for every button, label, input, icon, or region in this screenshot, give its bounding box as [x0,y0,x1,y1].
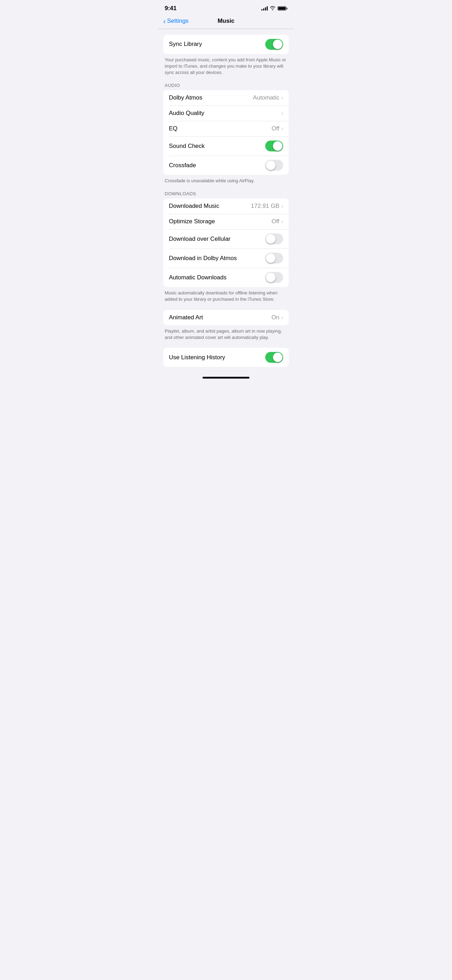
home-bar [202,377,250,379]
sound-check-row[interactable]: Sound Check [163,136,289,156]
animated-art-right: On › [272,314,283,321]
sound-check-toggle-knob [273,141,282,151]
download-dolby-toggle[interactable] [265,253,283,264]
downloaded-music-label: Downloaded Music [169,203,220,210]
back-label: Settings [167,18,188,24]
downloaded-music-row[interactable]: Downloaded Music 172.91 GB › [163,198,289,214]
downloaded-music-right: 172.91 GB › [251,203,283,210]
sync-library-footer: Your purchased music, content you add fr… [158,54,294,78]
sound-check-label: Sound Check [169,143,205,150]
optimize-storage-chevron-icon: › [282,219,283,224]
optimize-storage-right: Off › [272,218,283,225]
crossfade-toggle-knob [266,161,275,170]
eq-row[interactable]: EQ Off › [163,121,289,136]
page-title: Music [218,18,234,24]
listening-history-toggle[interactable] [265,352,283,363]
animated-art-card: Animated Art On › [163,310,289,325]
animated-art-section: Animated Art On › Playlist, album, and a… [158,310,294,342]
audio-section-label: AUDIO [158,83,294,90]
download-cellular-toggle[interactable] [265,234,283,244]
animated-art-row[interactable]: Animated Art On › [163,310,289,325]
download-dolby-row[interactable]: Download in Dolby Atmos [163,248,289,268]
listening-history-toggle-knob [273,353,282,362]
audio-footer: Crossfade is unavailable while using Air… [158,175,294,185]
status-time: 9:41 [165,5,177,12]
battery-icon [277,6,287,11]
automatic-downloads-label: Automatic Downloads [169,274,226,281]
sync-library-label: Sync Library [169,41,202,48]
downloaded-music-value: 172.91 GB [251,203,279,210]
automatic-downloads-toggle[interactable] [265,272,283,283]
downloads-section: DOWNLOADS Downloaded Music 172.91 GB › O… [158,191,294,304]
nav-header: ‹ Settings Music [158,15,294,29]
sound-check-toggle[interactable] [265,140,283,151]
listening-history-section: Use Listening History [158,348,294,367]
eq-right: Off › [272,125,283,132]
download-cellular-label: Download over Cellular [169,235,231,243]
sync-library-toggle[interactable] [265,39,283,50]
listening-history-row[interactable]: Use Listening History [163,348,289,367]
sync-library-section: Sync Library Your purchased music, conte… [158,35,294,78]
optimize-storage-label: Optimize Storage [169,218,215,225]
download-dolby-toggle-knob [266,253,275,263]
optimize-storage-row[interactable]: Optimize Storage Off › [163,214,289,229]
dolby-atmos-right: Automatic › [253,94,283,101]
audio-quality-label: Audio Quality [169,110,204,117]
status-icons [261,6,287,11]
download-dolby-label: Download in Dolby Atmos [169,255,237,262]
automatic-downloads-toggle-knob [266,273,275,282]
eq-label: EQ [169,125,178,132]
dolby-atmos-value: Automatic [253,94,280,101]
downloaded-music-chevron-icon: › [282,203,283,209]
downloads-card: Downloaded Music 172.91 GB › Optimize St… [163,198,289,287]
audio-quality-right: › [282,110,283,116]
dolby-atmos-label: Dolby Atmos [169,94,202,101]
dolby-atmos-row[interactable]: Dolby Atmos Automatic › [163,90,289,105]
back-chevron-icon: ‹ [163,17,166,25]
audio-quality-chevron-icon: › [282,110,283,116]
crossfade-label: Crossfade [169,162,196,169]
listening-history-label: Use Listening History [169,354,225,361]
animated-art-footer: Playlist, album, and artist pages, album… [158,325,294,342]
downloads-section-label: DOWNLOADS [158,191,294,198]
signal-icon [261,6,268,11]
downloads-footer: Music automatically downloads for offlin… [158,287,294,304]
audio-quality-row[interactable]: Audio Quality › [163,105,289,121]
audio-section: AUDIO Dolby Atmos Automatic › Audio Qual… [158,83,294,185]
animated-art-chevron-icon: › [282,315,283,320]
eq-chevron-icon: › [282,126,283,131]
crossfade-row[interactable]: Crossfade [163,156,289,175]
status-bar: 9:41 [158,0,294,15]
settings-content: Sync Library Your purchased music, conte… [158,35,294,368]
automatic-downloads-row[interactable]: Automatic Downloads [163,268,289,287]
optimize-storage-value: Off [272,218,279,225]
wifi-icon [270,6,275,11]
crossfade-toggle[interactable] [265,160,283,171]
sync-library-card: Sync Library [163,35,289,54]
dolby-atmos-chevron-icon: › [282,95,283,100]
home-indicator [158,374,294,385]
animated-art-value: On [272,314,280,321]
back-button[interactable]: ‹ Settings [163,17,188,25]
animated-art-label: Animated Art [169,314,203,321]
sync-library-toggle-knob [273,40,282,49]
download-cellular-toggle-knob [266,234,275,243]
audio-card: Dolby Atmos Automatic › Audio Quality › … [163,90,289,175]
sync-library-row[interactable]: Sync Library [163,35,289,54]
download-cellular-row[interactable]: Download over Cellular [163,229,289,248]
eq-value: Off [272,125,279,132]
